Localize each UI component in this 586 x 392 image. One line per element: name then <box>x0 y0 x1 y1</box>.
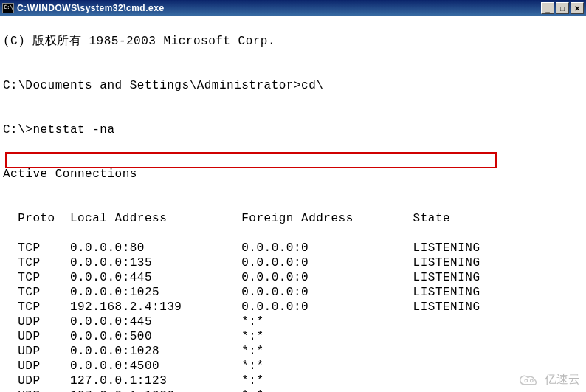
window-controls: _ □ ✕ <box>541 2 584 14</box>
prompt-line-1: C:\Documents and Settings\Administrator>… <box>3 78 583 93</box>
netstat-row: UDP 127.0.0.1:123 *:* <box>3 374 583 388</box>
prompt-line-2: C:\>netstat -na <box>3 123 583 137</box>
titlebar: C:\WINDOWS\system32\cmd.exe _ □ ✕ <box>0 0 586 16</box>
highlight-box <box>5 152 497 168</box>
watermark: 亿速云 <box>517 372 580 388</box>
netstat-row: UDP 0.0.0.0:445 *:* <box>3 314 583 329</box>
copyright-line: (C) 版权所有 1985-2003 Microsoft Corp. <box>3 34 583 49</box>
netstat-row: TCP 0.0.0.0:1025 0.0.0.0:0 LISTENING <box>3 285 583 300</box>
watermark-text: 亿速云 <box>545 372 580 388</box>
active-connections-line: Active Connections <box>3 167 583 182</box>
netstat-row: TCP 0.0.0.0:445 0.0.0.0:0 LISTENING <box>3 270 583 285</box>
cmd-icon <box>2 3 14 13</box>
console-output[interactable]: (C) 版权所有 1985-2003 Microsoft Corp. C:\Do… <box>0 16 586 392</box>
maximize-glyph: □ <box>560 4 565 13</box>
netstat-row: UDP 127.0.0.1:1026 *:* <box>3 388 583 392</box>
svg-point-1 <box>531 379 534 382</box>
netstat-row: UDP 0.0.0.0:4500 *:* <box>3 359 583 374</box>
minimize-glyph: _ <box>545 4 550 13</box>
netstat-row: TCP 0.0.0.0:135 0.0.0.0:0 LISTENING <box>3 255 583 270</box>
netstat-header: Proto Local Address Foreign Address Stat… <box>3 211 583 226</box>
netstat-row: UDP 0.0.0.0:1028 *:* <box>3 344 583 359</box>
window-title: C:\WINDOWS\system32\cmd.exe <box>17 3 165 13</box>
netstat-row: TCP 0.0.0.0:80 0.0.0.0:0 LISTENING <box>3 241 583 255</box>
titlebar-left: C:\WINDOWS\system32\cmd.exe <box>2 3 165 13</box>
close-button[interactable]: ✕ <box>571 2 584 14</box>
netstat-rows: TCP 0.0.0.0:80 0.0.0.0:0 LISTENING TCP 0… <box>3 241 583 392</box>
close-glyph: ✕ <box>574 4 580 13</box>
cloud-icon <box>517 373 542 388</box>
netstat-row: TCP 192.168.2.4:139 0.0.0.0:0 LISTENING <box>3 300 583 314</box>
maximize-button[interactable]: □ <box>556 2 569 14</box>
minimize-button[interactable]: _ <box>541 2 554 14</box>
netstat-row: UDP 0.0.0.0:500 *:* <box>3 329 583 344</box>
svg-point-0 <box>525 379 528 382</box>
